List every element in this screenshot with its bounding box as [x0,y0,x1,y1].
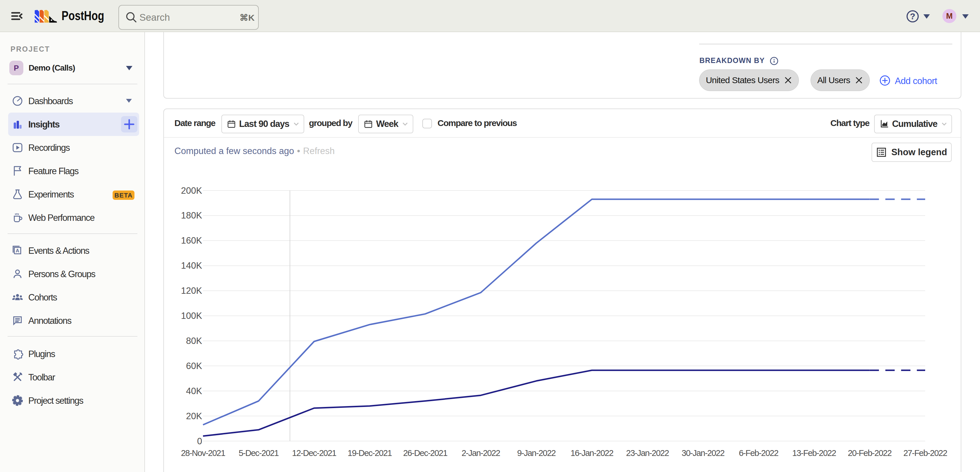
svg-text:20-Feb-2022: 20-Feb-2022 [848,448,892,458]
svg-text:28-Nov-2021: 28-Nov-2021 [181,448,225,458]
svg-text:180K: 180K [181,210,202,220]
svg-text:140K: 140K [181,260,202,271]
svg-text:2-Jan-2022: 2-Jan-2022 [461,448,500,458]
svg-text:26-Dec-2021: 26-Dec-2021 [403,448,447,458]
svg-text:200K: 200K [181,185,202,196]
svg-text:A: A [16,248,19,254]
svg-text:20K: 20K [186,411,202,421]
svg-text:0: 0 [197,436,202,446]
svg-text:13-Feb-2022: 13-Feb-2022 [792,448,836,458]
svg-text:19-Dec-2021: 19-Dec-2021 [348,448,392,458]
svg-text:9-Jan-2022: 9-Jan-2022 [517,448,555,458]
svg-text:12-Dec-2021: 12-Dec-2021 [292,448,336,458]
svg-text:60K: 60K [186,361,202,371]
svg-text:16-Jan-2022: 16-Jan-2022 [571,448,613,458]
svg-text:23-Jan-2022: 23-Jan-2022 [626,448,669,458]
svg-text:40K: 40K [186,386,202,396]
svg-text:160K: 160K [181,235,202,246]
svg-text:?: ? [910,11,915,21]
svg-text:30-Jan-2022: 30-Jan-2022 [682,448,724,458]
svg-text:6-Feb-2022: 6-Feb-2022 [739,448,778,458]
svg-text:5-Dec-2021: 5-Dec-2021 [239,448,278,458]
svg-text:100K: 100K [181,311,202,321]
svg-text:120K: 120K [181,285,202,296]
svg-text:27-Feb-2022: 27-Feb-2022 [903,448,947,458]
svg-text:80K: 80K [186,336,202,346]
